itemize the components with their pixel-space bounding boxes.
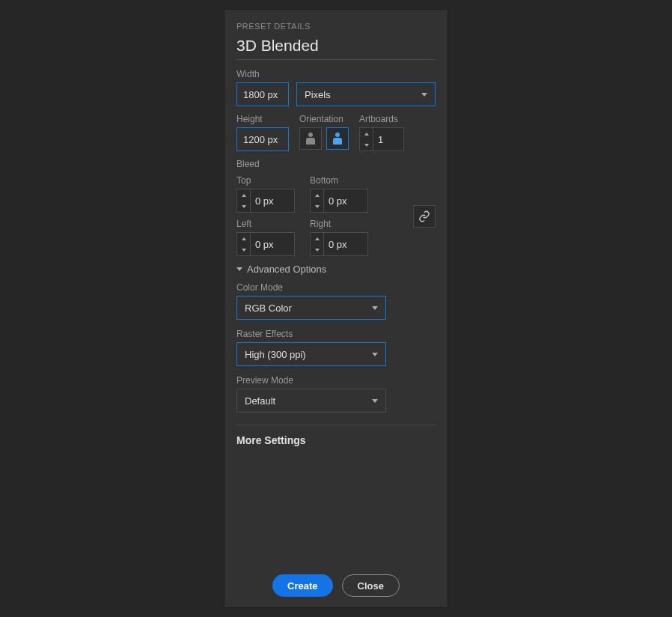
- orientation-portrait-button[interactable]: [299, 127, 322, 150]
- chevron-down-icon: [421, 93, 427, 97]
- color-mode-select[interactable]: RGB Color: [236, 296, 386, 320]
- preview-mode-label: Preview Mode: [236, 375, 436, 386]
- create-button[interactable]: Create: [272, 574, 332, 597]
- orientation-label: Orientation: [299, 114, 349, 124]
- height-input[interactable]: [236, 127, 289, 151]
- raster-effects-value: High (300 ppi): [245, 349, 306, 360]
- advanced-options-label: Advanced Options: [247, 264, 326, 275]
- stepper-up-icon[interactable]: [360, 128, 373, 139]
- bleed-left-input[interactable]: [250, 232, 295, 256]
- chevron-down-icon: [372, 306, 378, 310]
- link-icon: [418, 210, 430, 222]
- preset-details-panel: PRESET DETAILS 3D Blended Width Pixels H…: [224, 9, 448, 608]
- bleed-top-stepper[interactable]: [236, 189, 250, 213]
- artboards-stepper[interactable]: [359, 127, 373, 151]
- width-input[interactable]: [236, 82, 289, 106]
- more-settings-link[interactable]: More Settings: [236, 434, 436, 446]
- units-select[interactable]: Pixels: [296, 82, 436, 106]
- preset-details-header: PRESET DETAILS: [236, 22, 436, 31]
- preview-mode-select[interactable]: Default: [236, 389, 386, 413]
- preview-mode-value: Default: [245, 395, 275, 407]
- stepper-down-icon[interactable]: [360, 139, 373, 151]
- bleed-bottom-label: Bottom: [310, 175, 368, 186]
- chevron-down-icon: [372, 399, 378, 403]
- bleed-right-label: Right: [310, 219, 368, 229]
- artboards-label: Artboards: [359, 114, 404, 124]
- preset-title[interactable]: 3D Blended: [236, 37, 436, 55]
- close-button[interactable]: Close: [342, 574, 400, 597]
- advanced-options-disclosure[interactable]: Advanced Options: [236, 264, 436, 275]
- chevron-down-icon: [372, 353, 378, 356]
- bleed-top-input[interactable]: [250, 189, 295, 213]
- color-mode-label: Color Mode: [236, 282, 436, 293]
- bleed-right-stepper[interactable]: [310, 232, 323, 256]
- person-landscape-icon: [333, 133, 342, 145]
- bleed-left-stepper[interactable]: [236, 232, 250, 256]
- bleed-bottom-input[interactable]: [323, 189, 368, 213]
- orientation-landscape-button[interactable]: [326, 127, 349, 150]
- raster-effects-label: Raster Effects: [236, 329, 436, 339]
- bleed-left-label: Left: [236, 219, 295, 229]
- bleed-label: Bleed: [236, 159, 436, 169]
- divider: [236, 425, 436, 425]
- bleed-bottom-stepper[interactable]: [310, 189, 323, 213]
- color-mode-value: RGB Color: [245, 303, 292, 314]
- bleed-link-button[interactable]: [413, 205, 436, 228]
- units-value: Pixels: [305, 89, 331, 100]
- raster-effects-select[interactable]: High (300 ppi): [236, 342, 386, 366]
- bleed-top-label: Top: [236, 175, 295, 186]
- artboards-input[interactable]: [373, 127, 404, 151]
- height-label: Height: [236, 114, 289, 124]
- person-portrait-icon: [306, 133, 315, 145]
- bleed-right-input[interactable]: [323, 232, 368, 256]
- width-label: Width: [236, 69, 436, 79]
